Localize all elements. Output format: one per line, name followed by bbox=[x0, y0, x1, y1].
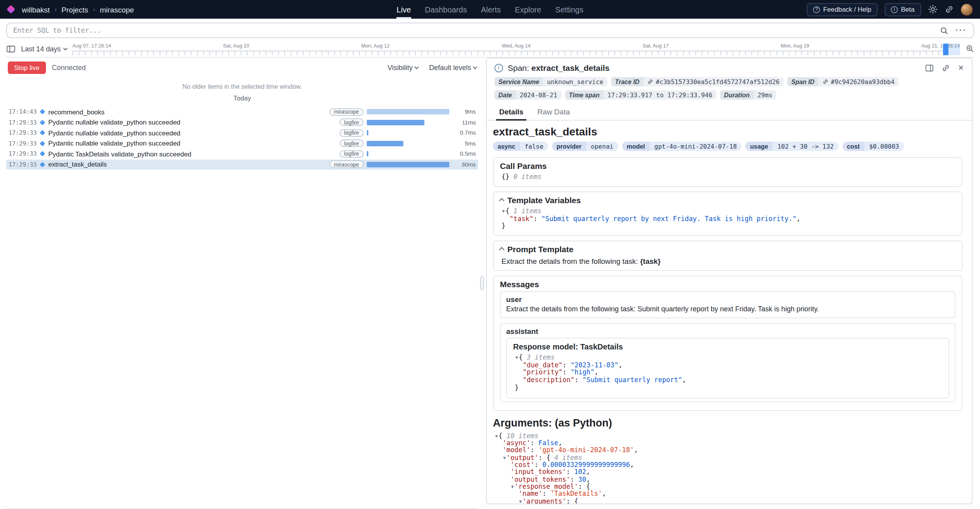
attribute-badge-value: $0.00003 bbox=[864, 142, 904, 151]
template-variables-card: Template Variables ▾{ 1 items "task": "S… bbox=[493, 191, 962, 236]
breadcrumb-org[interactable]: willbakst bbox=[22, 5, 50, 14]
nav-link[interactable]: Dashboards bbox=[425, 0, 467, 19]
sql-filter-input[interactable] bbox=[13, 26, 933, 34]
attribute-badge-value: openai bbox=[586, 142, 618, 151]
id-link-icon bbox=[822, 79, 829, 85]
attribute-badge-label: model bbox=[622, 142, 649, 151]
share-link-icon[interactable] bbox=[944, 5, 954, 14]
row-tag-pill[interactable]: mirascope bbox=[329, 161, 364, 168]
duration-bar-fill bbox=[367, 109, 449, 115]
row-duration: 0.7ms bbox=[452, 130, 476, 137]
trace-row[interactable]: 17:14:43 recommend_books mirascope 9ms bbox=[6, 107, 478, 117]
feedback-help-button[interactable]: ? Feedback / Help bbox=[807, 3, 878, 16]
search-icon[interactable] bbox=[940, 26, 948, 35]
main-content: Stop live Connected Visibility Default l… bbox=[0, 58, 980, 509]
visibility-dropdown[interactable]: Visibility bbox=[387, 64, 418, 72]
beta-badge[interactable]: i Beta bbox=[885, 3, 921, 16]
stop-live-button[interactable]: Stop live bbox=[8, 61, 46, 74]
meta-badge-value: #c3b5157330ea5c1fd4572747af512d26 bbox=[643, 77, 783, 86]
theme-toggle-icon[interactable] bbox=[928, 5, 937, 14]
response-model-json[interactable]: ▾{ 3 items "due_date": "2023-11-03", "pr… bbox=[513, 353, 942, 394]
more-options-icon[interactable]: ··· bbox=[955, 26, 967, 34]
logfire-logo-icon[interactable] bbox=[7, 5, 16, 14]
attribute-badge-label: async bbox=[493, 142, 520, 151]
question-icon: ? bbox=[813, 6, 820, 13]
meta-badge-value: unknown_service bbox=[543, 77, 607, 86]
id-link-icon bbox=[647, 79, 653, 85]
detail-tab[interactable]: Raw Data bbox=[531, 105, 576, 120]
levels-dropdown[interactable]: Default levels bbox=[429, 64, 477, 72]
meta-badge[interactable]: Span ID #9c942620aa93dbb4 bbox=[787, 77, 898, 86]
resize-grip-icon bbox=[480, 276, 484, 290]
open-in-panel-icon[interactable] bbox=[925, 63, 934, 72]
trace-row[interactable]: 17:29:33 Pydantic nullable validate_pyth… bbox=[6, 138, 478, 149]
user-message-card: user Extract the details from the follow… bbox=[500, 291, 955, 318]
duration-bar-fill bbox=[367, 162, 449, 167]
meta-badge[interactable]: Trace ID #c3b5157330ea5c1fd4572747af512d… bbox=[611, 77, 783, 86]
attribute-badge-label: usage bbox=[745, 142, 772, 151]
sidebar-toggle-icon[interactable] bbox=[6, 44, 16, 53]
detail-tab[interactable]: Details bbox=[493, 105, 530, 120]
timeline-tick-label: Aug 21, 17:26:14 bbox=[921, 43, 960, 48]
span-info-icon: i bbox=[494, 63, 503, 72]
trace-row[interactable]: 17:29:33 Pydantic nullable validate_pyth… bbox=[6, 117, 478, 128]
trace-row[interactable]: 17:29:33 Pydantic TaskDetails validate_p… bbox=[6, 149, 478, 159]
nav-link[interactable]: Live bbox=[397, 0, 411, 19]
row-tag-pill[interactable]: mirascope bbox=[329, 108, 364, 116]
response-model-card: Response model: TaskDetails ▾{ 3 items "… bbox=[506, 338, 949, 398]
row-duration: 5ms bbox=[452, 140, 476, 147]
row-duration-bar bbox=[367, 109, 449, 115]
timeline-tick-label: Mon, Aug 12 bbox=[361, 43, 390, 48]
duration-bar-fill bbox=[367, 151, 368, 157]
zoom-in-icon[interactable] bbox=[965, 44, 974, 53]
meta-badge[interactable]: Service Name unknown_service bbox=[494, 77, 607, 86]
trace-row[interactable]: 17:29:33 extract_task_details mirascope … bbox=[6, 159, 478, 170]
meta-badge-label: Service Name bbox=[494, 77, 543, 86]
row-timestamp: 17:29:33 bbox=[9, 119, 37, 126]
chevron-down-icon bbox=[414, 65, 419, 69]
row-tag-pill[interactable]: logfire bbox=[340, 119, 364, 126]
no-older-items-notice: No older items in the selected time wind… bbox=[6, 79, 478, 92]
message-role: assistant bbox=[506, 327, 949, 335]
breadcrumb-project-name[interactable]: mirascope bbox=[100, 5, 134, 14]
template-variables-toggle[interactable]: Template Variables bbox=[500, 195, 955, 205]
row-tag-pill[interactable]: logfire bbox=[340, 140, 364, 147]
time-range-dropdown[interactable]: Last 14 days bbox=[21, 45, 67, 53]
template-variables-json[interactable]: ▾{ 1 items "task": "Submit quarterly rep… bbox=[500, 207, 955, 232]
prompt-template-toggle[interactable]: Prompt Template bbox=[500, 244, 955, 254]
meta-badge-label: Date bbox=[494, 90, 516, 100]
row-name: Pydantic TaskDetails validate_python suc… bbox=[48, 150, 191, 158]
row-duration-bar bbox=[367, 120, 449, 125]
top-navbar: willbakst › Projects › mirascope LiveDas… bbox=[0, 0, 980, 19]
nav-link[interactable]: Alerts bbox=[481, 0, 501, 19]
meta-badge[interactable]: Date 2024-08-21 bbox=[494, 90, 561, 100]
live-trace-panel: Stop live Connected Visibility Default l… bbox=[6, 58, 478, 509]
panel-resize-handle[interactable] bbox=[478, 58, 486, 509]
chevron-down-icon bbox=[473, 65, 477, 69]
close-panel-icon[interactable]: × bbox=[958, 63, 964, 72]
row-duration: 11ms bbox=[452, 119, 476, 126]
response-model-title: Response model: TaskDetails bbox=[513, 342, 942, 351]
breadcrumb-projects[interactable]: Projects bbox=[62, 5, 88, 14]
trace-row[interactable]: 17:29:33 Pydantic nullable validate_pyth… bbox=[6, 128, 478, 138]
arguments-python-code[interactable]: ▾{ 10 items 'async': False, 'model': 'gp… bbox=[493, 432, 962, 504]
span-diamond-icon bbox=[40, 161, 45, 167]
timeline-tick-label: Aug 07, 17:26:14 bbox=[72, 43, 111, 48]
nav-link[interactable]: Explore bbox=[515, 0, 541, 19]
timeline-track[interactable]: Aug 07, 17:26:14Sat, Aug 10Mon, Aug 12We… bbox=[72, 40, 960, 57]
timeline-selection-handle[interactable] bbox=[943, 44, 948, 55]
chevron-up-icon bbox=[499, 247, 504, 253]
assistant-message-card: assistant Response model: TaskDetails ▾{… bbox=[500, 323, 955, 402]
meta-badge[interactable]: Time span 17:29:33.917 to 17:29:33.946 bbox=[565, 90, 716, 100]
chevron-down-icon bbox=[63, 46, 67, 50]
row-tag-pill[interactable]: logfire bbox=[340, 150, 364, 158]
row-tag-pill[interactable]: logfire bbox=[340, 129, 364, 137]
logfire-app: willbakst › Projects › mirascope LiveDas… bbox=[0, 0, 980, 509]
copy-link-icon[interactable] bbox=[942, 63, 950, 72]
messages-card: Messages user Extract the details from t… bbox=[493, 276, 962, 411]
breadcrumb: willbakst › Projects › mirascope bbox=[8, 5, 134, 14]
meta-badge[interactable]: Duration 29ms bbox=[720, 90, 776, 100]
nav-link[interactable]: Settings bbox=[555, 0, 583, 19]
row-timestamp: 17:29:33 bbox=[9, 151, 37, 158]
user-avatar[interactable] bbox=[961, 4, 972, 15]
